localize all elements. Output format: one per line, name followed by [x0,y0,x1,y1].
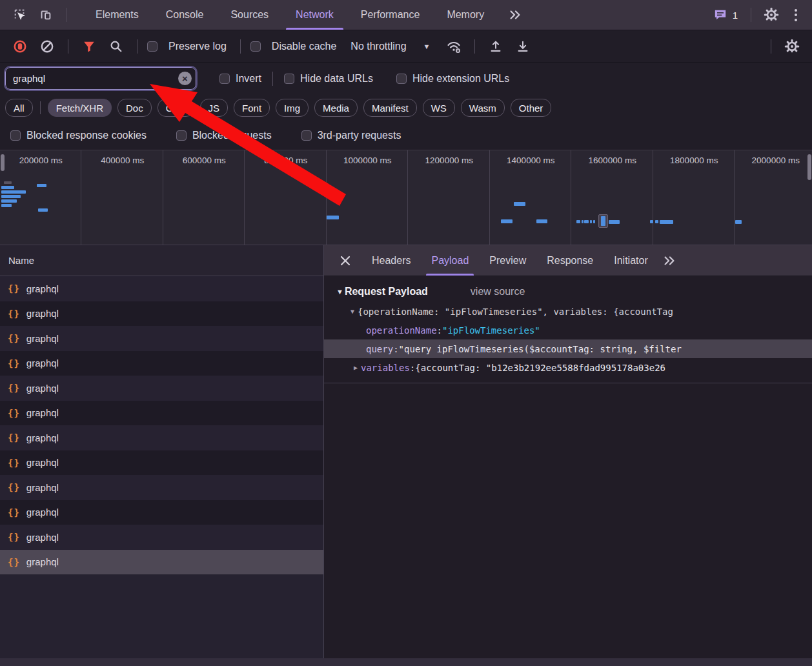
throttling-dropdown[interactable]: No throttling ▼ [350,41,430,52]
filter-chip-other[interactable]: Other [511,99,552,117]
blocked-response-cookies-checkbox[interactable] [10,130,21,141]
kebab-menu-icon[interactable] [786,9,806,21]
tab-network[interactable]: Network [282,0,347,30]
details-tab-response[interactable]: Response [536,245,604,276]
disable-cache-checkbox[interactable] [250,41,261,52]
request-row-selected[interactable]: {}graphql [0,550,323,575]
payload-variables-row[interactable]: ▶ variables: {accountTag: "b12e3b2192ee5… [324,358,812,377]
request-row[interactable]: {}graphql [0,500,323,525]
request-row[interactable]: {}graphql [0,450,323,476]
hide-data-urls-checkbox[interactable] [284,74,294,84]
details-tab-payload[interactable]: Payload [421,245,479,276]
filter-chip-img[interactable]: Img [276,99,309,117]
hide-extension-urls-label[interactable]: Hide extension URLs [412,73,509,85]
payload-query-row[interactable]: query: "query ipFlowTimeseries($accountT… [324,339,812,358]
json-braces-icon: {} [8,308,20,319]
device-toolbar-icon[interactable] [35,4,57,26]
divider [240,39,241,54]
request-row[interactable]: {}graphql [0,475,323,500]
details-tab-preview[interactable]: Preview [479,245,536,276]
request-name: graphql [26,556,59,567]
waterfall-bar [1,204,12,207]
payload-pane: ▼ Request Payload view source ▼ {operati… [324,276,812,658]
waterfall-bar [37,184,46,187]
more-tabs-icon[interactable] [508,9,522,21]
network-toolbar: Preserve log Disable cache No throttling… [0,30,812,63]
waterfall-bar [601,216,605,226]
filter-chip-ws[interactable]: WS [423,99,455,117]
preserve-log-checkbox[interactable] [147,41,157,52]
export-har-icon[interactable] [512,35,534,57]
inspect-element-icon[interactable] [9,4,31,26]
tab-performance[interactable]: Performance [347,0,434,30]
import-har-icon[interactable] [485,35,507,57]
blocked-response-cookies-label[interactable]: Blocked response cookies [26,130,147,141]
tab-sources[interactable]: Sources [217,0,282,30]
filter-chip-media[interactable]: Media [314,99,358,117]
expand-triangle-icon: ▼ [347,308,358,315]
network-overview-timeline[interactable]: 200000 ms 400000 ms 600000 ms 800000 ms … [0,150,812,245]
tab-elements[interactable]: Elements [82,0,152,30]
request-row[interactable]: {}graphql [0,525,323,550]
request-name: graphql [26,457,59,468]
search-icon[interactable] [105,35,127,57]
more-details-tabs-icon[interactable] [662,255,676,267]
preserve-log-label[interactable]: Preserve log [168,41,227,52]
third-party-requests-checkbox[interactable] [301,130,312,141]
filter-chip-doc[interactable]: Doc [117,99,152,117]
network-settings-gear-icon[interactable] [781,35,803,57]
json-braces-icon: {} [8,482,20,492]
timeline-axis-labels: 200000 ms 400000 ms 600000 ms 800000 ms … [0,156,812,165]
hide-extension-urls-checkbox[interactable] [396,74,407,84]
request-name: graphql [26,507,59,518]
invert-checkbox[interactable] [219,74,230,84]
axis-tick: 600000 ms [163,156,245,165]
network-filter-row: × Invert Hide data URLs Hide extension U… [0,63,812,94]
network-conditions-icon[interactable] [443,35,465,57]
settings-gear-icon[interactable] [760,4,782,26]
invert-label[interactable]: Invert [236,73,261,85]
record-network-log-icon[interactable] [9,35,31,57]
filter-chip-css[interactable]: CSS [157,99,194,117]
tab-memory[interactable]: Memory [433,0,498,30]
payload-operation-row[interactable]: operationName: "ipFlowTimeseries" [324,321,812,339]
disable-cache-label[interactable]: Disable cache [272,41,337,52]
axis-tick: 1400000 ms [490,156,572,165]
json-braces-icon: {} [8,333,20,343]
blocked-requests-label[interactable]: Blocked requests [192,130,272,141]
filter-chip-fetch-xhr[interactable]: Fetch/XHR [48,99,112,117]
filter-chip-font[interactable]: Font [234,99,270,117]
request-row[interactable]: {}graphql [0,301,323,327]
view-source-link[interactable]: view source [471,286,525,298]
payload-root-row[interactable]: ▼ {operationName: "ipFlowTimeseries", va… [324,302,812,321]
issues-counter[interactable]: 1 [713,8,738,21]
filter-input[interactable] [5,67,196,90]
blocked-requests-checkbox[interactable] [176,130,187,141]
request-payload-section-header[interactable]: ▼ Request Payload view source [324,276,812,302]
filter-chip-all[interactable]: All [5,99,33,117]
clear-filter-icon[interactable]: × [178,72,192,85]
waterfall-bar [582,220,584,223]
request-row[interactable]: {}graphql [0,326,323,351]
third-party-requests-label[interactable]: 3rd-party requests [318,130,401,141]
request-row[interactable]: {}graphql [0,376,323,401]
request-row[interactable]: {}graphql [0,401,323,426]
hide-data-urls-label[interactable]: Hide data URLs [300,73,373,85]
name-column-header[interactable]: Name [0,245,323,276]
details-tab-initiator[interactable]: Initiator [604,245,658,276]
request-row[interactable]: {}graphql [0,351,323,376]
request-row[interactable]: {}graphql [0,425,323,450]
close-details-icon[interactable] [334,250,356,272]
tab-console[interactable]: Console [152,0,218,30]
json-braces-icon: {} [8,432,20,443]
details-tab-headers[interactable]: Headers [361,245,421,276]
filter-funnel-icon[interactable] [78,35,100,57]
request-row[interactable]: {}graphql [0,276,323,301]
request-name: graphql [26,308,59,319]
filter-chip-js[interactable]: JS [200,99,228,117]
filter-chip-manifest[interactable]: Manifest [363,99,417,117]
clear-network-log-icon[interactable] [36,35,58,57]
filter-chip-wasm[interactable]: Wasm [461,99,505,117]
waterfall-bar [609,220,620,224]
devtools-window: Elements Console Sources Network Perform… [0,0,812,666]
